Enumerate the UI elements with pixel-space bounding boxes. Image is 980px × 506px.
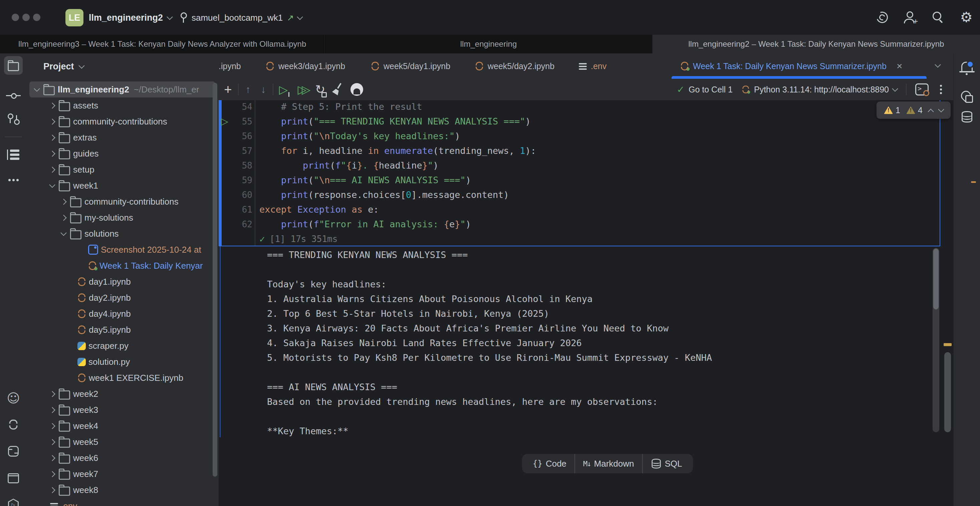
tree-item-day5-ipynb[interactable]: day5.ipynb (27, 322, 219, 338)
tree-item-assets[interactable]: assets (27, 97, 219, 113)
kernel-selector[interactable]: Python 3.11.14: http://localhost:8890 (741, 85, 897, 94)
tree-item-extras[interactable]: extras (27, 129, 219, 146)
window-tab-3[interactable]: llm_engineering2 – Week 1 Task: Daily Ke… (652, 35, 980, 53)
run-line-icon[interactable]: ▷ (221, 114, 228, 129)
window-tab-2[interactable]: llm_engineering (325, 35, 652, 53)
restart-kernel-button[interactable]: ↻ (313, 79, 328, 100)
window-tab-1[interactable]: llm_engineering3 – Week 1 Task: Kenyan D… (0, 35, 325, 53)
chevron-right-icon[interactable] (49, 439, 55, 445)
pull-requests-tool-button[interactable] (4, 110, 23, 129)
chevron-right-icon[interactable] (49, 391, 55, 397)
chevron-right-icon[interactable] (49, 423, 55, 429)
tree-item-week6[interactable]: week6 (27, 450, 219, 466)
project-switcher[interactable]: llm_engineering2 (89, 10, 172, 25)
python-packages-tool-button[interactable] (4, 469, 23, 488)
chevron-right-icon[interactable] (60, 215, 67, 221)
chevron-down-icon[interactable] (60, 230, 67, 235)
tree-item-community-contributions[interactable]: community-contributions (27, 113, 219, 129)
goto-cell-button[interactable]: ✓ Go to Cell 1 (677, 84, 733, 95)
tree-item-llm-engineering2[interactable]: llm_engineering2~/Desktop/llm_er (29, 81, 215, 97)
structure-tool-button[interactable] (4, 145, 23, 164)
code-line[interactable]: print(f"Error in AI analysis: {e}") (259, 217, 536, 232)
tree-item-week-1-task-daily-kenyar[interactable]: Week 1 Task: Daily Kenyar (27, 258, 219, 274)
code-line[interactable]: print(response.choices[0].message.conten… (259, 188, 536, 202)
editor-tab-week3-day1-ipynb[interactable]: week3/day1.ipynb (257, 53, 354, 79)
move-cell-up-button[interactable]: ↑ (241, 79, 255, 100)
tree-item-screenshot-2025-10-24-at[interactable]: Screenshot 2025-10-24 at (27, 242, 219, 258)
code-line[interactable]: print("=== TRENDING KENYAN NEWS ANALYSIS… (259, 114, 536, 129)
close-icon[interactable]: × (897, 61, 902, 71)
run-all-cells-button[interactable]: ▷▷ (293, 79, 315, 100)
tree-item-week5[interactable]: week5 (27, 434, 219, 450)
chevron-right-icon[interactable] (49, 471, 55, 477)
editor-tab-week5-day2-ipynb[interactable]: week5/day2.ipynb (466, 53, 563, 79)
chevron-right-icon[interactable] (49, 487, 55, 493)
tree-item-week3[interactable]: week3 (27, 402, 219, 418)
chevron-down-icon[interactable] (49, 181, 55, 188)
code-line[interactable]: for i, headline in enumerate(trending_ne… (259, 143, 536, 158)
tree-item-day2-ipynb[interactable]: day2.ipynb (27, 290, 219, 306)
commit-tool-button[interactable] (4, 86, 23, 105)
project-panel-header[interactable]: Project (27, 53, 219, 80)
warning-stripe-marker[interactable] (943, 343, 951, 346)
tree-item-solutions[interactable]: solutions (27, 226, 219, 242)
editor-tab-week-1-task-daily-kenyan-news-summarizer-ipynb[interactable]: Week 1 Task: Daily Kenyan News Summarize… (671, 53, 927, 79)
chevron-down-icon[interactable] (34, 86, 40, 91)
warnings-strong[interactable]: 1 (884, 105, 900, 115)
editor-tab--ipynb[interactable]: .ipynb (219, 53, 241, 79)
ai-search-tool-button[interactable] (958, 88, 976, 106)
branch-switcher[interactable]: samuel_bootcamp_wk1 ↗ (180, 10, 302, 25)
cell-type-markdown-button[interactable]: M↓Markdown (574, 454, 642, 473)
chevron-right-icon[interactable] (49, 151, 55, 156)
tree-item-week2[interactable]: week2 (27, 386, 219, 402)
window-zoom-button[interactable] (33, 14, 40, 21)
tree-item-week1[interactable]: week1 (27, 178, 219, 194)
tree-item-community-contributions[interactable]: community-contributions (27, 194, 219, 210)
tree-item-setup[interactable]: setup (27, 162, 219, 178)
project-tool-button[interactable] (4, 56, 23, 75)
code-line[interactable]: print(f"{i}. {headline}") (259, 158, 536, 173)
window-minimize-button[interactable] (22, 14, 30, 21)
chevron-right-icon[interactable] (49, 167, 55, 173)
code-line[interactable]: # Step 5: Print the result (259, 100, 536, 114)
code-cell-content[interactable]: # Step 5: Print the result print("=== TR… (259, 100, 536, 232)
tree-item-week7[interactable]: week7 (27, 466, 219, 482)
jupyter-console-icon[interactable] (915, 83, 929, 95)
chevron-right-icon[interactable] (49, 455, 55, 461)
ai-assistant-icon[interactable] (875, 10, 890, 25)
previous-problem-chevron-icon[interactable] (928, 108, 934, 115)
window-close-button[interactable] (12, 14, 19, 21)
tree-item--env[interactable]: .env (27, 498, 219, 506)
warnings-weak[interactable]: 4 (906, 105, 923, 115)
search-icon[interactable] (932, 12, 944, 23)
next-problem-chevron-icon[interactable] (938, 106, 944, 112)
python-console-tool-button[interactable] (4, 442, 23, 461)
cell-type-code-button[interactable]: {}Code (525, 454, 574, 473)
tree-item-day1-ipynb[interactable]: day1.ipynb (27, 274, 219, 290)
output-scrollbar-thumb[interactable] (933, 249, 939, 309)
chevron-right-icon[interactable] (49, 118, 55, 124)
clear-outputs-button[interactable] (330, 79, 345, 100)
notifications-button[interactable] (958, 57, 976, 75)
services-tool-button[interactable]: ▷ (4, 495, 23, 506)
tree-item-week8[interactable]: week8 (27, 482, 219, 498)
tree-item-scraper-py[interactable]: scraper.py (27, 338, 219, 354)
kebab-menu-icon[interactable] (940, 88, 942, 91)
tree-item-my-solutions[interactable]: my-solutions (27, 210, 219, 226)
chevron-right-icon[interactable] (49, 135, 55, 140)
project-scrollbar[interactable] (213, 83, 217, 503)
editor-scrollbar-thumb[interactable] (944, 352, 951, 432)
tree-item-day4-ipynb[interactable]: day4.ipynb (27, 306, 219, 322)
tree-item-guides[interactable]: guides (27, 146, 219, 162)
code-line[interactable]: print("\nToday's key headlines:") (259, 129, 536, 143)
database-tool-button[interactable] (958, 107, 976, 126)
project-scrollbar-thumb[interactable] (213, 83, 217, 477)
hugging-face-tool-button[interactable]: ☺ (4, 389, 23, 407)
code-line[interactable]: print("\n=== AI NEWS ANALYSIS ===") (259, 173, 536, 188)
add-cell-button[interactable]: + (221, 79, 235, 100)
cell-type-sql-button[interactable]: SQL (642, 454, 690, 473)
chevron-right-icon[interactable] (49, 102, 55, 108)
chevron-right-icon[interactable] (60, 199, 67, 205)
more-tools-button[interactable] (4, 170, 23, 189)
notebook-editor[interactable]: 5455▷56575859606162 # Step 5: Print the … (219, 100, 953, 506)
